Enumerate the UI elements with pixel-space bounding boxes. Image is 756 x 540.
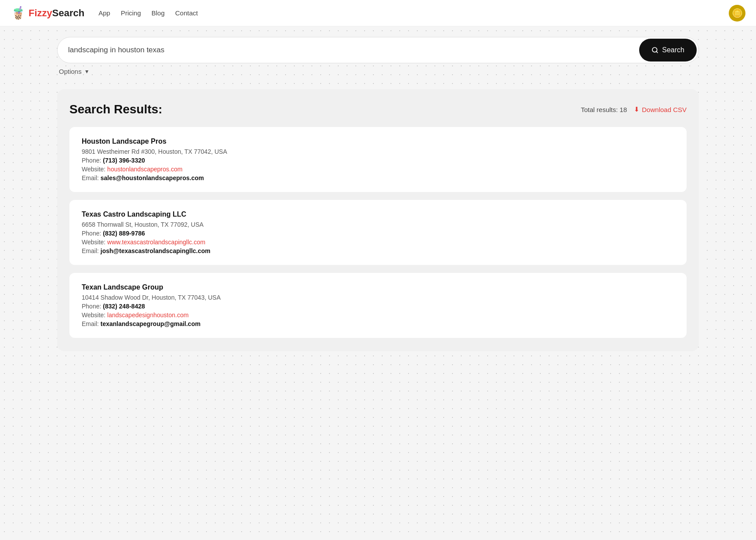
result-website-link[interactable]: landscapedesignhouston.com	[107, 312, 188, 319]
search-icon	[651, 47, 658, 54]
cards-container: Houston Landscape Pros 9801 Westheimer R…	[69, 127, 687, 338]
download-icon: ⬇	[634, 105, 640, 113]
nav-link-contact[interactable]: Contact	[175, 9, 198, 17]
result-phone: Phone: (713) 396-3320	[82, 157, 674, 164]
avatar[interactable]: 🪙	[729, 5, 745, 22]
download-csv-link[interactable]: ⬇ Download CSV	[634, 105, 687, 113]
nav-links: App Pricing Blog Contact	[98, 9, 729, 17]
results-container: Search Results: Total results: 18 ⬇ Down…	[57, 89, 699, 351]
result-name: Texan Landscape Group	[82, 283, 674, 291]
download-csv-label: Download CSV	[642, 106, 687, 113]
search-area: Search Options ▼	[0, 26, 756, 80]
nav-link-blog[interactable]: Blog	[152, 9, 165, 17]
result-website: Website: www.texascastrolandscapingllc.c…	[82, 239, 674, 246]
result-website: Website: houstonlandscapepros.com	[82, 166, 674, 173]
result-email: Email: sales@houstonlandscapepros.com	[82, 174, 674, 181]
search-button-label: Search	[662, 46, 684, 54]
result-card: Texan Landscape Group 10414 Shadow Wood …	[69, 273, 687, 338]
logo-icon: 🧋	[11, 6, 26, 20]
search-input[interactable]	[68, 46, 639, 54]
logo-search-text: Search	[52, 7, 84, 18]
avatar-icon: 🪙	[732, 8, 743, 18]
result-address: 6658 Thornwall St, Houston, TX 77092, US…	[82, 221, 674, 228]
options-arrow-icon: ▼	[84, 69, 90, 75]
result-card: Texas Castro Landscaping LLC 6658 Thornw…	[69, 200, 687, 265]
result-website-link[interactable]: houstonlandscapepros.com	[107, 166, 182, 173]
result-name: Texas Castro Landscaping LLC	[82, 210, 674, 218]
total-results-label: Total results: 18	[581, 106, 627, 113]
logo-fizzy: Fizzy	[29, 7, 52, 18]
result-email: Email: texanlandscapegroup@gmail.com	[82, 320, 674, 327]
result-address: 10414 Shadow Wood Dr, Houston, TX 77043,…	[82, 294, 674, 301]
result-card: Houston Landscape Pros 9801 Westheimer R…	[69, 127, 687, 192]
result-email: Email: josh@texascastrolandscapingllc.co…	[82, 247, 674, 254]
results-title: Search Results:	[69, 102, 163, 116]
search-bar: Search	[57, 37, 699, 63]
logo-text: FizzySearch	[29, 7, 84, 19]
result-website-link[interactable]: www.texascastrolandscapingllc.com	[107, 239, 205, 246]
nav-link-pricing[interactable]: Pricing	[121, 9, 141, 17]
result-address: 9801 Westheimer Rd #300, Houston, TX 770…	[82, 148, 674, 155]
options-row: Options ▼	[57, 68, 699, 75]
result-phone: Phone: (832) 248-8428	[82, 303, 674, 310]
results-meta: Total results: 18 ⬇ Download CSV	[581, 105, 687, 113]
svg-line-1	[656, 51, 658, 53]
result-phone: Phone: (832) 889-9786	[82, 230, 674, 237]
results-header: Search Results: Total results: 18 ⬇ Down…	[69, 102, 687, 116]
nav-link-app[interactable]: App	[98, 9, 110, 17]
options-label[interactable]: Options	[59, 68, 82, 75]
result-website: Website: landscapedesignhouston.com	[82, 312, 674, 319]
result-name: Houston Landscape Pros	[82, 138, 674, 145]
navbar: 🧋 FizzySearch App Pricing Blog Contact 🪙	[0, 0, 756, 26]
search-button[interactable]: Search	[639, 39, 697, 62]
logo-link[interactable]: 🧋 FizzySearch	[11, 6, 84, 20]
